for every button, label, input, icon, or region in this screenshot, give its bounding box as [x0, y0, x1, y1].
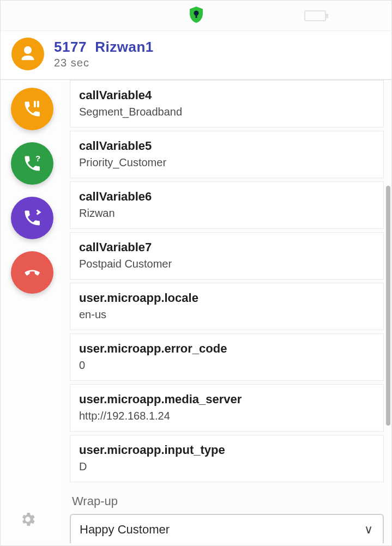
transfer-button[interactable]	[11, 197, 53, 239]
cv-key: callVariable7	[79, 240, 375, 254]
cv-key: user.microapp.input_type	[79, 443, 375, 457]
cv-value: D	[79, 460, 375, 473]
svg-rect-2	[34, 101, 36, 107]
wrapup-selected-value: Happy Customer	[80, 523, 170, 537]
call-variable-item: user.microapp.media_server http://192.16…	[70, 384, 384, 432]
chevron-down-icon: ∨	[364, 523, 373, 537]
cv-key: callVariable5	[79, 139, 375, 153]
call-variables-panel[interactable]: callVariable4 Segment_Broadband callVari…	[63, 80, 391, 543]
cv-value: Rizwan	[79, 207, 375, 220]
cv-value: en-us	[79, 308, 375, 321]
call-variable-item: user.microapp.locale en-us	[70, 283, 384, 330]
svg-rect-1	[195, 14, 197, 18]
call-variable-item: callVariable4 Segment_Broadband	[70, 80, 384, 128]
cv-value: http://192.168.1.24	[79, 410, 375, 422]
cv-key: user.microapp.locale	[79, 291, 375, 305]
caller-name: Rizwan1	[95, 39, 154, 55]
consult-button[interactable]: ?	[11, 142, 53, 185]
caller-id: 5177	[54, 39, 87, 55]
caller-title: 5177 Rizwan1	[54, 39, 154, 56]
cv-value: 0	[79, 359, 375, 372]
hold-button[interactable]	[11, 88, 53, 130]
call-duration: 23 sec	[54, 57, 154, 69]
cv-value: Postpaid Customer	[79, 258, 375, 270]
svg-rect-3	[37, 101, 39, 107]
svg-text:?: ?	[35, 154, 40, 163]
battery-icon	[304, 10, 326, 21]
cv-key: callVariable4	[79, 88, 375, 102]
status-bar	[1, 1, 391, 31]
caller-avatar	[11, 38, 44, 70]
call-actions: ?	[1, 80, 63, 543]
scrollbar[interactable]	[386, 186, 390, 426]
cv-key: callVariable6	[79, 190, 375, 204]
cv-key: user.microapp.media_server	[79, 392, 375, 407]
call-variable-item: callVariable6 Rizwan	[70, 181, 384, 229]
settings-gear-icon[interactable]	[19, 511, 37, 528]
cv-key: user.microapp.error_code	[79, 342, 375, 356]
wrapup-label: Wrap-up	[70, 486, 384, 514]
end-call-button[interactable]	[11, 251, 53, 294]
call-variable-item: callVariable5 Priority_Customer	[70, 131, 384, 178]
call-variable-item: user.microapp.input_type D	[70, 435, 384, 482]
call-variable-item: callVariable7 Postpaid Customer	[70, 232, 384, 280]
vpn-shield-icon	[186, 5, 206, 27]
cv-value: Segment_Broadband	[79, 106, 375, 118]
caller-header: 5177 Rizwan1 23 sec	[1, 31, 391, 80]
call-variable-item: user.microapp.error_code 0	[70, 333, 384, 381]
wrapup-select[interactable]: Happy Customer ∨	[70, 514, 384, 543]
cv-value: Priority_Customer	[79, 156, 375, 169]
